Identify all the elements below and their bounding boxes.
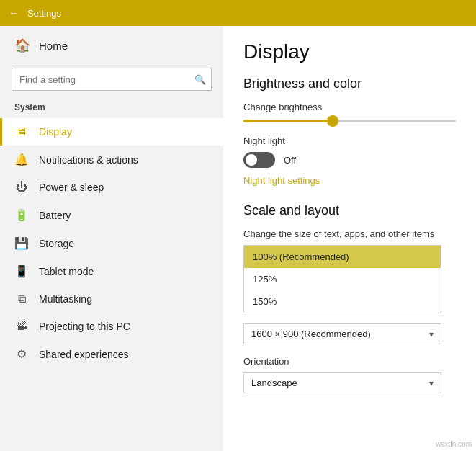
sidebar-item-label: Shared experiences bbox=[39, 349, 129, 360]
sidebar-item-label: Display bbox=[39, 126, 72, 138]
night-light-toggle[interactable] bbox=[243, 152, 275, 168]
sidebar-item-multitasking[interactable]: ⧉ Multitasking bbox=[0, 285, 223, 313]
back-button[interactable]: ← bbox=[9, 7, 19, 19]
night-light-row: Off bbox=[243, 152, 456, 168]
search-input[interactable] bbox=[12, 68, 212, 91]
brightness-label: Change brightness bbox=[243, 102, 456, 112]
size-option-150[interactable]: 150% bbox=[244, 290, 441, 313]
projecting-icon: 📽 bbox=[14, 320, 29, 333]
brightness-section-title: Brightness and color bbox=[243, 76, 456, 91]
shared-icon: ⚙ bbox=[14, 347, 29, 361]
orientation-label: Orientation bbox=[243, 356, 456, 367]
multitasking-icon: ⧉ bbox=[14, 293, 29, 305]
sidebar-item-display[interactable]: 🖥 Display bbox=[0, 118, 223, 146]
power-icon: ⏻ bbox=[14, 181, 29, 194]
night-light-status: Off bbox=[284, 155, 296, 166]
orientation-value: Landscape bbox=[251, 378, 297, 388]
sidebar-item-shared[interactable]: ⚙ Shared experiences bbox=[0, 340, 223, 368]
chevron-down-icon: ▾ bbox=[429, 329, 434, 339]
sidebar-item-storage[interactable]: 💾 Storage bbox=[0, 229, 223, 257]
night-light-label: Night light bbox=[243, 135, 456, 146]
slider-thumb[interactable] bbox=[327, 115, 338, 127]
brightness-slider-track[interactable] bbox=[243, 120, 456, 122]
orientation-dropdown[interactable]: Landscape ▾ bbox=[243, 372, 441, 393]
content-area: Display Brightness and color Change brig… bbox=[223, 26, 476, 451]
sidebar-item-battery[interactable]: 🔋 Battery bbox=[0, 201, 223, 229]
tablet-icon: 📱 bbox=[14, 264, 29, 278]
brightness-slider-container: Change brightness bbox=[243, 102, 456, 122]
sidebar-item-notifications[interactable]: 🔔 Notifications & actions bbox=[0, 146, 223, 174]
sidebar-item-projecting[interactable]: 📽 Projecting to this PC bbox=[0, 313, 223, 340]
display-icon: 🖥 bbox=[14, 125, 29, 138]
sidebar-item-label: Multitasking bbox=[39, 293, 92, 305]
sidebar-item-label: Tablet mode bbox=[39, 266, 94, 277]
sidebar-item-label: Power & sleep bbox=[39, 182, 104, 193]
size-option-100[interactable]: 100% (Recommended) bbox=[244, 246, 441, 268]
search-box: 🔍 bbox=[12, 68, 212, 91]
title-bar-title: Settings bbox=[27, 8, 61, 19]
size-dropdown-list[interactable]: 100% (Recommended) 125% 150% bbox=[243, 245, 441, 313]
sidebar-home-label: Home bbox=[39, 40, 68, 52]
search-icon: 🔍 bbox=[194, 74, 206, 85]
sidebar-item-label: Projecting to this PC bbox=[39, 321, 130, 332]
page-title: Display bbox=[243, 40, 456, 63]
sidebar-section-label: System bbox=[0, 99, 223, 118]
size-label: Change the size of text, apps, and other… bbox=[243, 228, 456, 239]
sidebar-item-label: Storage bbox=[39, 238, 74, 249]
scale-section-title: Scale and layout bbox=[243, 203, 456, 218]
home-icon: 🏠 bbox=[14, 37, 30, 53]
sidebar: 🏠 Home 🔍 System 🖥 Display 🔔 Notification… bbox=[0, 26, 223, 451]
size-option-125[interactable]: 125% bbox=[244, 268, 441, 290]
night-light-settings-link[interactable]: Night light settings bbox=[243, 175, 320, 186]
title-bar: ← Settings bbox=[0, 0, 476, 26]
sidebar-item-tablet[interactable]: 📱 Tablet mode bbox=[0, 257, 223, 285]
resolution-value: 1600 × 900 (Recommended) bbox=[251, 329, 371, 339]
resolution-dropdown[interactable]: 1600 × 900 (Recommended) ▾ bbox=[243, 323, 441, 344]
main-layout: 🏠 Home 🔍 System 🖥 Display 🔔 Notification… bbox=[0, 26, 476, 451]
watermark: wsxdn.com bbox=[436, 440, 472, 448]
toggle-thumb bbox=[246, 154, 257, 166]
sidebar-item-label: Notifications & actions bbox=[39, 154, 138, 166]
sidebar-item-power[interactable]: ⏻ Power & sleep bbox=[0, 174, 223, 201]
notifications-icon: 🔔 bbox=[14, 153, 29, 166]
sidebar-home-item[interactable]: 🏠 Home bbox=[0, 26, 223, 65]
storage-icon: 💾 bbox=[14, 236, 29, 250]
sidebar-item-label: Battery bbox=[39, 210, 71, 221]
chevron-down-icon-2: ▾ bbox=[429, 378, 434, 388]
slider-fill bbox=[243, 120, 333, 122]
battery-icon: 🔋 bbox=[14, 208, 29, 222]
